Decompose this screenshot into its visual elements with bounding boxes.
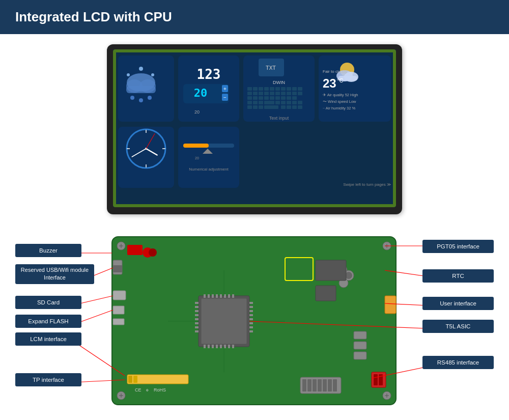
svg-text:🜔: 🜔: [145, 387, 150, 393]
svg-rect-122: [195, 330, 199, 332]
label-expand-flash: Expand FLASH: [15, 315, 81, 328]
svg-rect-51: [281, 96, 286, 100]
svg-rect-151: [113, 265, 122, 272]
svg-rect-137: [228, 294, 230, 298]
label-user-interface: User interface: [422, 297, 494, 310]
svg-rect-53: [292, 96, 297, 100]
svg-rect-127: [249, 318, 253, 320]
svg-rect-130: [249, 330, 253, 332]
svg-rect-152: [113, 291, 126, 300]
svg-rect-40: [275, 92, 280, 95]
svg-point-6: [127, 73, 130, 76]
svg-rect-55: [253, 101, 258, 104]
lcd-display-section: 123 20 + − 20 TXT: [15, 44, 494, 214]
svg-rect-65: [259, 105, 263, 109]
svg-rect-146: [232, 345, 234, 348]
lcd-screen: 123 20 + − 20 TXT: [113, 49, 396, 207]
label-lcm-interface: LCM interface: [15, 332, 81, 346]
svg-rect-31: [281, 87, 286, 91]
svg-rect-41: [281, 92, 286, 95]
svg-rect-157: [133, 376, 137, 383]
svg-rect-160: [307, 379, 312, 391]
svg-rect-175: [354, 342, 366, 349]
svg-text:Fair to cloudy: Fair to cloudy: [323, 69, 347, 74]
svg-rect-30: [275, 87, 280, 91]
svg-rect-135: [220, 294, 222, 298]
svg-rect-67: [281, 105, 286, 109]
svg-rect-68: [287, 105, 291, 109]
svg-rect-95: [183, 144, 209, 148]
svg-text:+: +: [223, 86, 227, 92]
svg-rect-159: [302, 379, 306, 391]
svg-rect-162: [318, 379, 322, 391]
svg-rect-119: [195, 318, 199, 320]
svg-rect-29: [270, 87, 274, 91]
svg-rect-174: [354, 331, 366, 339]
svg-rect-57: [264, 101, 274, 104]
svg-rect-5: [126, 86, 156, 93]
svg-rect-164: [328, 379, 332, 391]
svg-rect-131: [204, 294, 206, 298]
svg-text:DWIN: DWIN: [273, 80, 285, 85]
svg-rect-47: [259, 96, 263, 100]
svg-rect-34: [298, 87, 302, 91]
svg-rect-123: [249, 302, 253, 304]
svg-rect-163: [323, 379, 327, 391]
svg-rect-176: [354, 352, 366, 359]
svg-rect-144: [224, 345, 226, 348]
svg-rect-128: [249, 322, 253, 324]
svg-rect-129: [249, 326, 253, 328]
svg-rect-134: [216, 294, 218, 298]
label-rs485: RS485 interface: [422, 356, 494, 369]
svg-rect-38: [264, 92, 269, 95]
svg-rect-59: [281, 101, 286, 104]
svg-rect-70: [298, 105, 302, 109]
label-rtc: RTC: [422, 269, 494, 283]
svg-rect-44: [298, 92, 302, 95]
svg-rect-116: [195, 306, 199, 308]
svg-rect-140: [208, 345, 210, 348]
svg-text:20: 20: [194, 87, 208, 99]
svg-text:CE: CE: [135, 387, 142, 393]
svg-rect-36: [253, 92, 258, 95]
svg-rect-186: [374, 374, 378, 385]
svg-rect-63: [247, 105, 252, 109]
label-pgt05: PGT05 interface: [422, 240, 494, 253]
main-content: 123 20 + − 20 TXT: [0, 34, 509, 420]
svg-rect-161: [313, 379, 317, 391]
svg-rect-45: [247, 96, 252, 100]
svg-rect-139: [204, 345, 206, 348]
svg-rect-121: [195, 326, 199, 328]
svg-text:23: 23: [323, 76, 336, 90]
label-sd-card: SD Card: [15, 296, 81, 309]
svg-rect-132: [208, 294, 210, 298]
svg-rect-49: [270, 96, 274, 100]
svg-rect-120: [195, 322, 199, 324]
svg-point-10: [139, 98, 143, 102]
svg-text:·· Air humidity   32 %: ·· Air humidity 32 %: [323, 106, 356, 110]
svg-text:Text input: Text input: [269, 116, 289, 121]
svg-rect-69: [292, 105, 297, 109]
svg-rect-145: [228, 345, 230, 348]
svg-point-9: [130, 96, 134, 100]
svg-rect-46: [253, 96, 258, 100]
svg-rect-62: [298, 101, 302, 104]
svg-text:−: −: [223, 95, 227, 100]
svg-rect-117: [195, 310, 199, 312]
svg-rect-61: [292, 101, 297, 104]
svg-point-149: [149, 248, 157, 257]
svg-rect-83: [118, 127, 174, 188]
svg-line-190: [94, 268, 113, 275]
svg-rect-172: [316, 286, 336, 301]
svg-rect-50: [275, 96, 280, 100]
page-title: Integrated LCD with CPU: [15, 9, 172, 24]
svg-rect-33: [292, 87, 297, 91]
svg-rect-56: [259, 101, 263, 104]
page-header: Integrated LCD with CPU: [0, 0, 509, 34]
svg-rect-32: [287, 87, 291, 91]
svg-rect-141: [212, 345, 214, 348]
pcb-annotation-section: CE 🜔 RoHS: [15, 230, 494, 420]
svg-text:✈ Air quality    52 High: ✈ Air quality 52 High: [323, 93, 358, 97]
svg-text:〜 Wind speed     Low: 〜 Wind speed Low: [323, 99, 356, 104]
svg-text:°C: °C: [337, 77, 343, 83]
